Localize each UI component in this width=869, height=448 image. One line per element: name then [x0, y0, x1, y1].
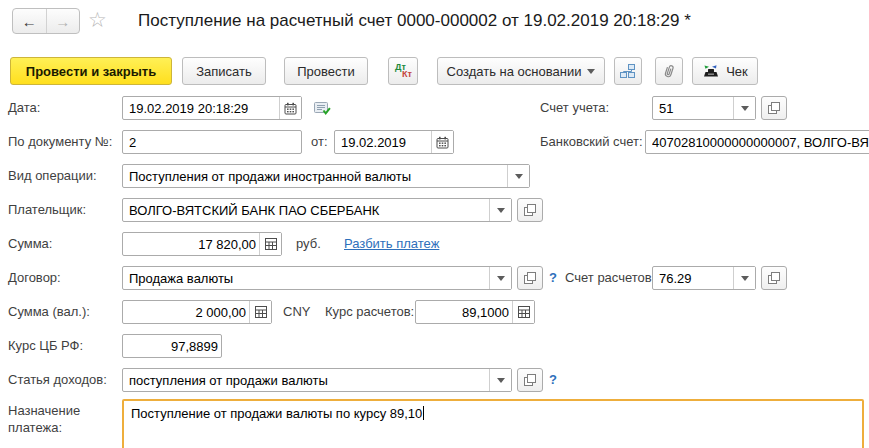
check-label: Чек — [726, 64, 748, 79]
open-contract-button[interactable] — [517, 266, 543, 290]
favorite-star-icon[interactable]: ☆ — [88, 7, 107, 33]
amount-label: Сумма: — [8, 232, 52, 256]
settlement-account-label: Счет расчетов: — [565, 266, 655, 290]
paperclip-icon — [662, 64, 676, 79]
doc-date-field[interactable] — [334, 130, 454, 154]
payment-purpose-textarea[interactable]: Поступление от продажи валюты по курсу 8… — [122, 399, 864, 448]
operation-type-label: Вид операции: — [8, 164, 97, 188]
open-accounting-account-button[interactable] — [761, 96, 787, 120]
cb-rate-label: Курс ЦБ РФ: — [8, 334, 83, 358]
text-cursor — [423, 406, 424, 420]
payment-purpose-label: Назначение платежа: — [8, 402, 108, 436]
settlement-account-field[interactable] — [652, 266, 756, 290]
cb-rate-field[interactable] — [122, 334, 222, 358]
payer-input[interactable] — [123, 199, 489, 221]
currency-amount-label: Сумма (вал.): — [8, 300, 90, 324]
post-and-close-button[interactable]: Провести и закрыть — [10, 57, 172, 85]
split-payment-link[interactable]: Разбить платеж — [344, 232, 439, 256]
related-documents-icon — [620, 64, 636, 78]
settlement-account-input[interactable] — [653, 267, 733, 289]
accounting-account-input[interactable] — [653, 97, 733, 119]
related-documents-button[interactable] — [614, 57, 642, 85]
nav-history-group: ← → — [12, 8, 80, 34]
date-input[interactable] — [123, 97, 279, 119]
save-button[interactable]: Записать — [182, 57, 266, 85]
amount-currency-label: руб. — [296, 232, 321, 256]
bank-account-input[interactable] — [646, 131, 869, 153]
open-icon — [524, 272, 536, 284]
create-based-on-button[interactable]: Создать на основании — [437, 57, 605, 85]
back-button[interactable]: ← — [13, 9, 47, 33]
chevron-down-icon[interactable] — [733, 267, 755, 289]
dtkt-postings-button[interactable]: Дт Кт — [388, 57, 418, 85]
open-payer-button[interactable] — [517, 198, 543, 222]
open-icon — [768, 272, 780, 284]
attachments-button[interactable] — [655, 57, 683, 85]
settlement-rate-label: Курс расчетов: — [325, 300, 414, 324]
doc-number-label: По документу №: — [8, 130, 112, 154]
forward-arrow-icon: → — [55, 13, 70, 30]
document-window: ← → ☆ Поступление на расчетный счет 0000… — [0, 0, 869, 448]
post-button[interactable]: Провести — [284, 57, 368, 85]
calculator-icon[interactable] — [249, 301, 271, 323]
income-item-field[interactable] — [122, 368, 512, 392]
payment-purpose-text: Поступление от продажи валюты по курсу 8… — [131, 406, 422, 421]
bank-account-field[interactable] — [645, 130, 869, 154]
doc-date-label: от: — [311, 130, 328, 154]
page-title: Поступление на расчетный счет 0000-00000… — [138, 11, 691, 31]
operation-type-input[interactable] — [123, 165, 507, 187]
document-posted-icon — [314, 101, 331, 119]
cb-rate-input[interactable] — [123, 335, 221, 357]
date-label: Дата: — [8, 96, 40, 120]
check-button[interactable]: Чек — [692, 57, 758, 85]
calculator-icon[interactable] — [259, 233, 281, 255]
chevron-down-icon[interactable] — [733, 97, 755, 119]
accounting-account-label: Счет учета: — [540, 96, 609, 120]
open-icon — [524, 204, 536, 216]
forward-button[interactable]: → — [47, 9, 80, 33]
bank-account-label: Банковский счет: — [540, 130, 643, 154]
currency-code-label: CNY — [283, 300, 310, 324]
chevron-down-icon[interactable] — [489, 199, 511, 221]
currency-amount-field[interactable] — [122, 300, 272, 324]
payer-label: Плательщик: — [8, 198, 86, 222]
contract-field[interactable] — [122, 266, 512, 290]
contract-label: Договор: — [8, 266, 61, 290]
credit-icon: Кт — [402, 70, 412, 79]
settlement-rate-input[interactable] — [416, 301, 512, 323]
currency-amount-input[interactable] — [123, 301, 249, 323]
chevron-down-icon[interactable] — [489, 267, 511, 289]
settlement-rate-field[interactable] — [415, 300, 535, 324]
income-item-label: Статья доходов: — [8, 368, 107, 392]
income-item-help-icon[interactable]: ? — [549, 368, 557, 392]
doc-number-field[interactable] — [122, 130, 302, 154]
calculator-icon[interactable] — [512, 301, 534, 323]
income-item-input[interactable] — [123, 369, 489, 391]
chevron-down-icon[interactable] — [507, 165, 529, 187]
chevron-down-icon — [587, 69, 595, 74]
back-arrow-icon: ← — [22, 13, 37, 30]
doc-date-input[interactable] — [335, 131, 431, 153]
cash-register-icon — [702, 64, 720, 79]
calendar-icon[interactable] — [431, 131, 453, 153]
operation-type-field[interactable] — [122, 164, 530, 188]
contract-input[interactable] — [123, 267, 489, 289]
create-based-on-label: Создать на основании — [447, 64, 582, 79]
open-settlement-account-button[interactable] — [761, 266, 787, 290]
open-income-item-button[interactable] — [517, 368, 543, 392]
open-icon — [524, 374, 536, 386]
amount-input[interactable] — [123, 233, 259, 255]
date-field[interactable] — [122, 96, 302, 120]
calendar-icon[interactable] — [279, 97, 301, 119]
payer-field[interactable] — [122, 198, 512, 222]
doc-number-input[interactable] — [123, 131, 301, 153]
chevron-down-icon[interactable] — [489, 369, 511, 391]
accounting-account-field[interactable] — [652, 96, 756, 120]
amount-field[interactable] — [122, 232, 282, 256]
contract-help-icon[interactable]: ? — [549, 266, 557, 290]
open-icon — [768, 102, 780, 114]
